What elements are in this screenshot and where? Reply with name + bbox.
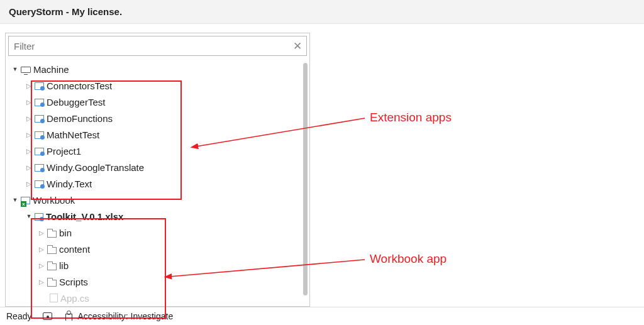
node-label: Project1 <box>47 146 81 157</box>
tree-node-project[interactable]: DemoFunctions <box>7 110 309 126</box>
expand-icon[interactable] <box>37 277 46 286</box>
filter-box[interactable]: ✕ <box>8 36 307 56</box>
expand-icon[interactable] <box>25 81 33 90</box>
expand-icon[interactable] <box>25 212 33 221</box>
tree-node-folder[interactable]: content <box>7 241 309 257</box>
tree-node-project[interactable]: Windy.Text <box>7 175 309 192</box>
folder-icon <box>47 280 57 287</box>
project-icon <box>35 82 44 90</box>
expand-icon[interactable] <box>37 245 46 253</box>
macro-record-icon[interactable] <box>43 312 52 320</box>
tree-node-folder[interactable]: Scripts <box>7 273 309 290</box>
tree-node-project[interactable]: Windy.GoogleTranslate <box>7 159 309 175</box>
project-icon <box>35 131 44 139</box>
expand-icon[interactable] <box>11 196 19 204</box>
window-title: QueryStorm - My license. <box>0 0 644 24</box>
project-icon <box>35 115 44 123</box>
expand-icon[interactable] <box>25 163 33 172</box>
project-icon <box>35 164 44 172</box>
tree-view[interactable]: Machine ConnectorsTest DebuggerTest Demo… <box>6 58 309 306</box>
project-icon <box>35 148 44 155</box>
expand-icon[interactable] <box>25 179 33 188</box>
node-label: bin <box>59 228 72 238</box>
project-icon <box>35 99 44 106</box>
node-label: App.cs <box>60 293 89 304</box>
annotation-label-wb: Workbook app <box>370 252 447 265</box>
project-icon <box>35 180 44 188</box>
scrollbar-thumb[interactable] <box>303 63 308 295</box>
expand-icon[interactable] <box>25 130 33 139</box>
tree-node-machine[interactable]: Machine <box>7 61 309 77</box>
title-text: QueryStorm - My license. <box>9 6 122 17</box>
node-label: Machine <box>33 64 69 75</box>
workbook-icon <box>21 197 30 204</box>
expand-icon[interactable] <box>25 114 33 123</box>
node-label: Workbook <box>33 195 75 206</box>
status-bar: Ready Accessibility: Investigate <box>0 307 644 325</box>
status-accessibility[interactable]: Accessibility: Investigate <box>64 311 173 321</box>
node-label: lib <box>59 260 69 271</box>
tree-node-project[interactable]: Project1 <box>7 143 309 159</box>
tree-node-file[interactable]: App.cs <box>7 290 309 306</box>
filter-input[interactable] <box>9 41 289 52</box>
clear-filter-icon[interactable]: ✕ <box>289 40 306 53</box>
tree-node-project[interactable]: ConnectorsTest <box>7 77 309 94</box>
node-label: Windy.GoogleTranslate <box>47 162 144 173</box>
node-label: ConnectorsTest <box>47 80 112 91</box>
node-label: MathNetTest <box>47 129 99 140</box>
expand-icon[interactable] <box>37 261 46 270</box>
node-label: DebuggerTest <box>47 97 105 107</box>
workbook-file-icon <box>35 213 43 221</box>
tree-node-folder[interactable]: lib <box>7 257 309 273</box>
csharp-file-icon <box>50 294 58 302</box>
folder-icon <box>47 231 57 238</box>
annotation-label-ext: Extension apps <box>370 111 452 124</box>
accessibility-label: Accessibility: Investigate <box>77 311 173 321</box>
node-label: Toolkit_V.0.1.xlsx <box>46 211 123 222</box>
expand-icon[interactable] <box>25 146 33 155</box>
node-label: Windy.Text <box>47 179 92 189</box>
expand-icon[interactable] <box>11 65 19 74</box>
tree-node-workbook-file[interactable]: Toolkit_V.0.1.xlsx <box>7 208 309 224</box>
explorer-pane: ✕ Machine ConnectorsTest DebuggerTest De… <box>5 33 310 307</box>
node-label: Scripts <box>59 277 88 287</box>
status-ready: Ready <box>6 311 31 321</box>
folder-icon <box>47 263 57 270</box>
expand-icon[interactable] <box>25 97 33 106</box>
tree-node-folder[interactable]: bin <box>7 224 309 241</box>
machine-icon <box>21 67 31 73</box>
node-label: DemoFunctions <box>47 113 113 124</box>
expand-icon[interactable] <box>37 228 46 237</box>
node-label: content <box>59 244 90 255</box>
tree-node-project[interactable]: DebuggerTest <box>7 94 309 110</box>
accessibility-icon <box>64 311 75 321</box>
tree-node-project[interactable]: MathNetTest <box>7 126 309 143</box>
tree-node-workbook-root[interactable]: Workbook <box>7 192 309 208</box>
folder-icon <box>47 247 57 254</box>
